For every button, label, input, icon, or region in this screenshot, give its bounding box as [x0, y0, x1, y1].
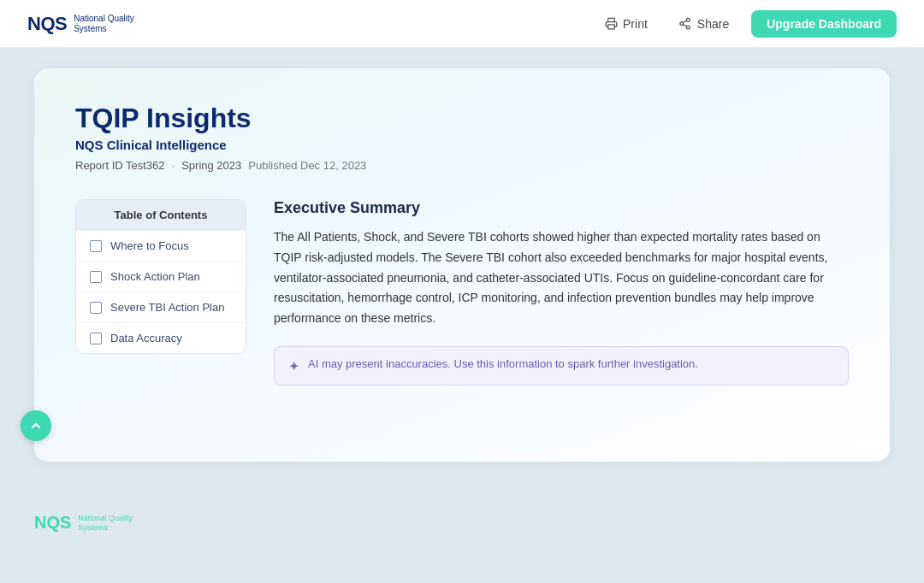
navbar-logo: NQS National Quality Systems: [27, 13, 134, 35]
scroll-top-button[interactable]: [21, 410, 51, 441]
navbar-actions: Print Share Upgrade Dashboard: [595, 10, 897, 38]
toc-panel: Table of Contents Where to Focus Shock A…: [75, 199, 246, 354]
logo-subtitle: National Quality Systems: [74, 14, 134, 34]
toc-item-shock-action-plan[interactable]: Shock Action Plan: [76, 261, 246, 292]
ai-sparkle-icon: ✦: [288, 358, 299, 374]
report-published: Published Dec 12, 2023: [248, 159, 366, 172]
main-wrapper: TQIP Insights NQS Clinical Intelligence …: [0, 48, 924, 496]
upgrade-button[interactable]: Upgrade Dashboard: [751, 10, 897, 38]
report-header: TQIP Insights NQS Clinical Intelligence …: [75, 103, 849, 172]
toc-item-icon: [90, 333, 102, 344]
meta-dot: ·: [172, 159, 175, 172]
toc-item-label: Where to Focus: [110, 239, 189, 252]
report-title: TQIP Insights: [75, 103, 849, 134]
logo-line2: Systems: [74, 24, 134, 34]
toc-item-label: Shock Action Plan: [110, 270, 200, 283]
toc-header: Table of Contents: [76, 200, 246, 230]
print-label: Print: [623, 17, 648, 31]
toc-item-icon: [90, 240, 102, 252]
navbar: NQS National Quality Systems Print: [0, 0, 924, 48]
share-label: Share: [697, 17, 729, 31]
print-button[interactable]: Print: [595, 12, 656, 36]
toc-item-where-to-focus[interactable]: Where to Focus: [76, 230, 246, 261]
share-button[interactable]: Share: [670, 12, 737, 36]
toc-item-icon: [90, 302, 102, 314]
footer: NQS National Quality Systems: [0, 496, 924, 550]
report-id: Report ID Test362: [75, 159, 165, 172]
report-meta: Report ID Test362 · Spring 2023 Publishe…: [75, 159, 849, 172]
exec-summary-body: The All Patients, Shock, and Severe TBI …: [274, 227, 849, 329]
svg-rect-0: [607, 25, 614, 29]
report-season: Spring 2023: [181, 159, 241, 172]
print-icon: [604, 17, 618, 31]
chevron-up-icon: [29, 419, 43, 433]
logo-text: NQS: [27, 13, 67, 35]
footer-logo-subtitle: National Quality Systems: [78, 514, 133, 533]
footer-logo-line2: Systems: [78, 523, 133, 533]
svg-line-4: [684, 24, 687, 26]
ai-notice: ✦ AI may present inaccuracies. Use this …: [274, 346, 849, 386]
exec-summary-title: Executive Summary: [274, 199, 849, 217]
logo-line1: National Quality: [74, 14, 134, 24]
content-card: TQIP Insights NQS Clinical Intelligence …: [34, 68, 890, 462]
executive-summary: Executive Summary The All Patients, Shoc…: [274, 199, 849, 386]
toc-item-label: Severe TBI Action Plan: [110, 301, 224, 314]
body-layout: Table of Contents Where to Focus Shock A…: [75, 199, 849, 386]
footer-logo-line1: National Quality: [78, 514, 133, 523]
toc-item-label: Data Accuracy: [110, 332, 182, 344]
report-subtitle: NQS Clinical Intelligence: [75, 138, 849, 152]
toc-item-data-accuracy[interactable]: Data Accuracy: [76, 322, 246, 353]
footer-logo-text: NQS: [34, 513, 71, 533]
share-icon: [678, 17, 692, 31]
toc-item-icon: [90, 271, 102, 283]
toc-item-severe-tbi[interactable]: Severe TBI Action Plan: [76, 292, 246, 322]
ai-notice-text: AI may present inaccuracies. Use this in…: [308, 357, 698, 370]
svg-line-5: [684, 21, 687, 22]
